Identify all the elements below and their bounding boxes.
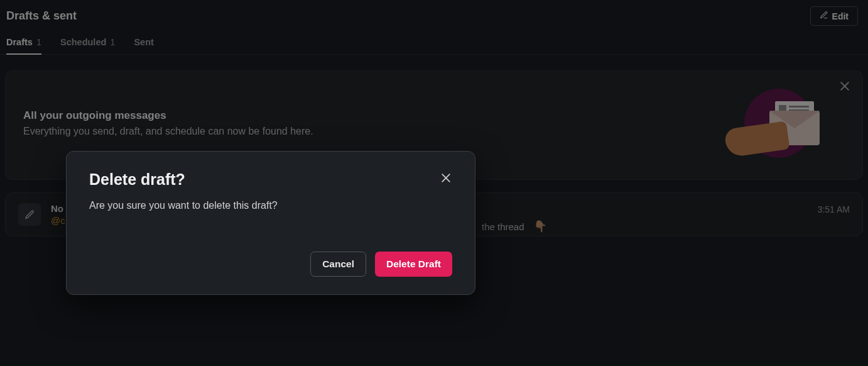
- dialog-body: Are you sure you want to delete this dra…: [89, 200, 452, 211]
- edit-button[interactable]: Edit: [810, 6, 858, 26]
- draft-body-fragment: the thread: [482, 221, 524, 232]
- tab-sent-label: Sent: [134, 37, 153, 48]
- cancel-button[interactable]: Cancel: [310, 252, 366, 277]
- banner-subtitle: Everything you send, draft, and schedule…: [23, 126, 313, 137]
- envelope-illustration: [725, 89, 820, 158]
- banner-title: All your outgoing messages: [23, 109, 313, 122]
- tab-drafts-label: Drafts: [6, 37, 33, 47]
- pencil-icon: [820, 11, 828, 21]
- delete-draft-dialog: Delete draft? Are you sure you want to d…: [66, 151, 475, 295]
- banner-close-button[interactable]: [838, 80, 851, 95]
- draft-mention: @c: [51, 215, 65, 226]
- tab-drafts-count: 1: [36, 37, 41, 47]
- tab-scheduled-label: Scheduled: [60, 37, 106, 48]
- tab-scheduled[interactable]: Scheduled 1: [60, 37, 115, 54]
- tab-sent[interactable]: Sent: [134, 37, 153, 54]
- tab-scheduled-count: 1: [110, 37, 115, 48]
- dialog-close-button[interactable]: [440, 172, 452, 187]
- dialog-title: Delete draft?: [89, 170, 185, 189]
- page-title: Drafts & sent: [6, 9, 77, 23]
- edit-label: Edit: [832, 11, 849, 21]
- draft-timestamp: 3:51 AM: [818, 204, 850, 214]
- tabs: Drafts 1 Scheduled 1 Sent: [0, 26, 868, 55]
- draft-pencil-icon: [18, 203, 41, 226]
- tab-drafts[interactable]: Drafts 1: [6, 37, 41, 55]
- delete-draft-button[interactable]: Delete Draft: [375, 252, 452, 277]
- point-down-emoji: 👇🏽: [533, 219, 547, 233]
